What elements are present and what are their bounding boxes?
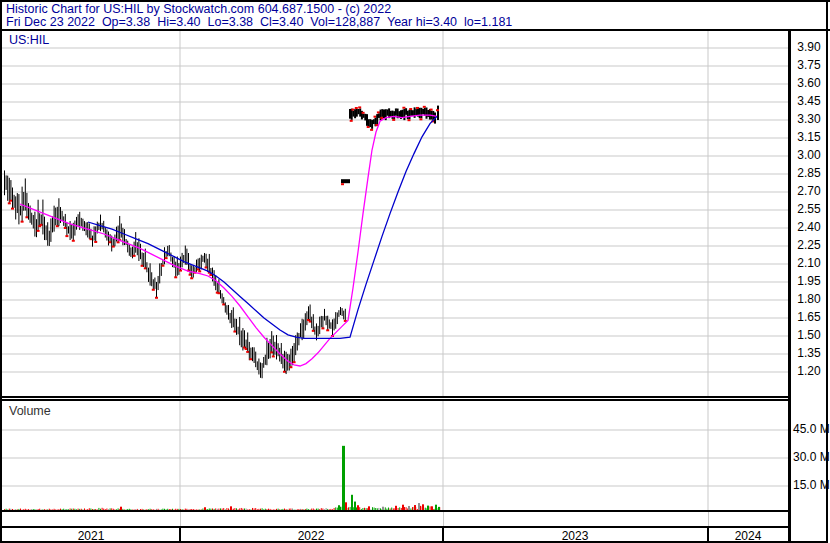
price-bar	[92, 236, 93, 247]
price-bar	[188, 253, 189, 270]
close-tick	[402, 107, 405, 109]
ohlc-summary: Fri Dec 23 2022 Op=3.38 Hi=3.40 Lo=3.38 …	[6, 16, 830, 29]
price-bar	[334, 318, 335, 330]
close-tick	[350, 120, 353, 122]
close-tick	[179, 270, 182, 272]
price-bar	[342, 308, 343, 316]
price-bar	[170, 253, 171, 262]
price-bar	[249, 342, 250, 360]
price-bar	[159, 263, 160, 283]
price-bar	[250, 348, 251, 360]
price-bar	[321, 316, 322, 327]
price-bar	[337, 312, 338, 324]
close-tick	[312, 330, 315, 332]
price-bar	[78, 214, 79, 226]
price-bar	[12, 187, 13, 208]
price-bar	[254, 347, 255, 363]
price-bar	[294, 343, 295, 362]
price-bar	[300, 323, 301, 337]
price-bar	[20, 206, 21, 216]
price-bar	[297, 332, 298, 350]
price-bar	[298, 333, 299, 345]
close-tick	[117, 241, 120, 243]
price-bar	[49, 231, 50, 246]
price-bar	[52, 216, 53, 232]
price-bar	[238, 327, 239, 335]
year-divider	[442, 528, 444, 541]
price-bar	[266, 338, 267, 365]
price-bar	[281, 343, 282, 364]
price-bar	[244, 330, 245, 347]
price-bar	[167, 246, 168, 257]
price-bar	[108, 231, 109, 245]
close-tick	[392, 119, 395, 121]
close-tick	[233, 331, 236, 333]
price-bar	[119, 216, 120, 240]
price-bar	[10, 180, 11, 201]
price-bar	[82, 219, 83, 231]
close-tick	[89, 238, 92, 240]
volume-spike	[342, 446, 345, 510]
header-bar: Historic Chart for US:HIL by Stockwatch.…	[0, 0, 830, 31]
price-bar	[95, 226, 96, 242]
close-tick	[272, 355, 275, 357]
frame-right-border	[826, 0, 828, 543]
price-bar	[113, 238, 114, 246]
price-axis-label: 2.55	[792, 202, 826, 216]
price-bar	[46, 225, 47, 240]
price-bar	[247, 332, 248, 351]
close-tick	[144, 267, 147, 269]
price-bar	[134, 242, 135, 256]
close-tick	[367, 126, 370, 128]
price-bar	[76, 217, 77, 230]
price-bar	[223, 297, 224, 304]
price-bar	[241, 331, 242, 348]
price-bar	[255, 352, 256, 368]
price-bar	[270, 339, 271, 358]
price-bar	[23, 192, 24, 211]
price-axis-label: 1.95	[792, 274, 826, 288]
price-bar	[47, 222, 48, 246]
price-bar	[7, 176, 8, 201]
price-axis-label: 3.75	[792, 58, 826, 72]
volume-axis-label: 30.0 M	[793, 450, 830, 464]
close-tick	[133, 255, 136, 257]
volume-bottom-border	[0, 510, 790, 512]
price-bar	[260, 362, 261, 377]
price-bar	[111, 236, 112, 252]
price-bar	[44, 217, 45, 240]
year-tick	[708, 512, 709, 526]
price-bar	[326, 316, 327, 325]
close-tick	[430, 109, 433, 111]
close-tick	[436, 109, 439, 111]
price-bar	[26, 193, 27, 217]
price-bar	[295, 335, 296, 355]
price-bar	[54, 206, 55, 232]
year-divider	[179, 528, 181, 541]
price-bar	[126, 239, 127, 245]
price-bar	[148, 268, 149, 282]
close-tick	[370, 129, 373, 131]
price-axis-label: 1.65	[792, 310, 826, 324]
price-bar	[324, 309, 325, 321]
price-bar	[50, 218, 51, 241]
price-bar	[340, 307, 341, 315]
close-tick	[289, 366, 292, 368]
price-bar	[66, 223, 67, 236]
price-chart-svg	[2, 31, 788, 396]
price-bar	[28, 203, 29, 220]
price-bar	[172, 257, 173, 267]
close-tick	[423, 106, 426, 108]
close-tick	[222, 303, 225, 305]
price-bar	[202, 256, 203, 262]
year-tick	[443, 512, 444, 526]
price-bar	[287, 354, 288, 371]
volume-spike	[418, 503, 420, 510]
price-bar	[65, 214, 66, 228]
close-tick	[94, 241, 97, 243]
price-bar	[225, 302, 226, 312]
price-bar	[138, 238, 139, 261]
price-bar	[89, 223, 90, 239]
price-axis-label: 3.30	[792, 112, 826, 126]
price-bar	[318, 326, 319, 336]
